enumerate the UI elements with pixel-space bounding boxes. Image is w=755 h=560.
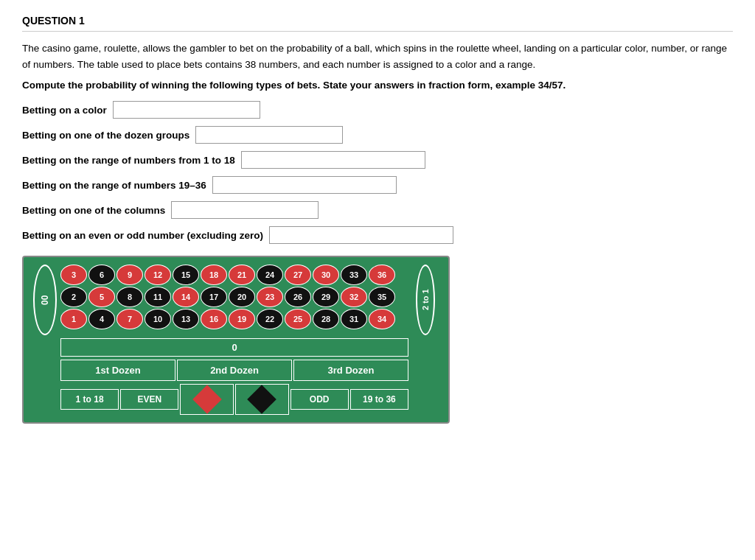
dozen-2: 2nd Dozen — [177, 360, 292, 381]
double-zero-oval: 00 — [33, 265, 57, 335]
num-27: 27 — [285, 265, 311, 285]
zero-cell: 0 — [60, 338, 408, 357]
number-columns: 3 2 1 6 5 4 9 8 7 12 — [60, 265, 408, 335]
num-28: 28 — [313, 309, 339, 329]
num-33: 33 — [341, 265, 367, 285]
num-22: 22 — [257, 309, 283, 329]
bet-1-to-18: 1 to 18 — [60, 389, 119, 410]
bet-color-row: Betting on a color — [22, 101, 733, 119]
red-diamond-icon — [192, 385, 222, 414]
num-17: 17 — [201, 287, 227, 307]
question-title: QUESTION 1 — [22, 15, 733, 32]
question-container: QUESTION 1 The casino game, roulette, al… — [22, 15, 733, 424]
num-13: 13 — [173, 309, 199, 329]
num-16: 16 — [201, 309, 227, 329]
num-26: 26 — [285, 287, 311, 307]
description: The casino game, roulette, allows the ga… — [22, 41, 733, 72]
bet-dozen-row: Betting on one of the dozen groups — [22, 126, 733, 144]
bet-even-odd-label: Betting on an even or odd number (exclud… — [22, 230, 263, 241]
bet-range-1-18-label: Betting on the range of numbers from 1 t… — [22, 155, 235, 166]
num-23: 23 — [257, 287, 283, 307]
num-9: 9 — [116, 265, 143, 285]
num-21: 21 — [229, 265, 255, 285]
bet-odd: ODD — [290, 389, 349, 410]
diamond-black-cell — [235, 384, 289, 415]
num-8: 8 — [116, 287, 143, 307]
num-2: 2 — [60, 287, 87, 307]
bet-columns-label: Betting on one of the columns — [22, 205, 165, 216]
instruction: Compute the probability of winning the f… — [22, 80, 733, 91]
diamond-red-cell — [180, 384, 234, 415]
bet-dozen-input[interactable] — [195, 126, 343, 144]
num-35: 35 — [369, 287, 395, 307]
num-31: 31 — [341, 309, 367, 329]
dozen-3: 3rd Dozen — [293, 360, 408, 381]
roulette-table: 00 3 2 1 6 5 4 9 8 — [22, 256, 450, 424]
num-19: 19 — [229, 309, 255, 329]
bet-even: EVEN — [120, 389, 178, 410]
two-to-one-label: 2 to 1 — [416, 265, 435, 335]
bet-range-19-36-row: Betting on the range of numbers 19–36 — [22, 176, 733, 194]
num-36: 36 — [369, 265, 395, 285]
num-4: 4 — [88, 309, 115, 329]
num-29: 29 — [313, 287, 339, 307]
num-6: 6 — [88, 265, 115, 285]
bet-range-19-36-label: Betting on the range of numbers 19–36 — [22, 180, 206, 191]
bet-columns-input[interactable] — [171, 201, 319, 219]
bet-color-input[interactable] — [113, 101, 260, 119]
bet-range-19-36-input[interactable] — [212, 176, 397, 194]
num-18: 18 — [201, 265, 227, 285]
num-10: 10 — [145, 309, 171, 329]
black-diamond-icon — [247, 385, 276, 414]
bet-even-odd-input[interactable] — [269, 226, 453, 244]
bet-range-1-18-row: Betting on the range of numbers from 1 t… — [22, 151, 733, 169]
num-11: 11 — [145, 287, 171, 307]
num-5: 5 — [88, 287, 115, 307]
bet-columns-row: Betting on one of the columns — [22, 201, 733, 219]
dozen-1: 1st Dozen — [60, 360, 175, 381]
num-34: 34 — [369, 309, 395, 329]
num-24: 24 — [257, 265, 283, 285]
num-14: 14 — [173, 287, 199, 307]
num-30: 30 — [313, 265, 339, 285]
num-12: 12 — [145, 265, 171, 285]
num-32: 32 — [341, 287, 367, 307]
bet-range-1-18-input[interactable] — [241, 151, 425, 169]
bet-color-label: Betting on a color — [22, 105, 107, 116]
num-7: 7 — [116, 309, 143, 329]
bet-dozen-label: Betting on one of the dozen groups — [22, 130, 189, 141]
num-15: 15 — [173, 265, 199, 285]
num-1: 1 — [60, 309, 87, 329]
num-3: 3 — [60, 265, 87, 285]
num-25: 25 — [285, 309, 311, 329]
bet-19-to-36: 19 to 36 — [350, 389, 408, 410]
bet-even-odd-row: Betting on an even or odd number (exclud… — [22, 226, 733, 244]
num-20: 20 — [229, 287, 255, 307]
